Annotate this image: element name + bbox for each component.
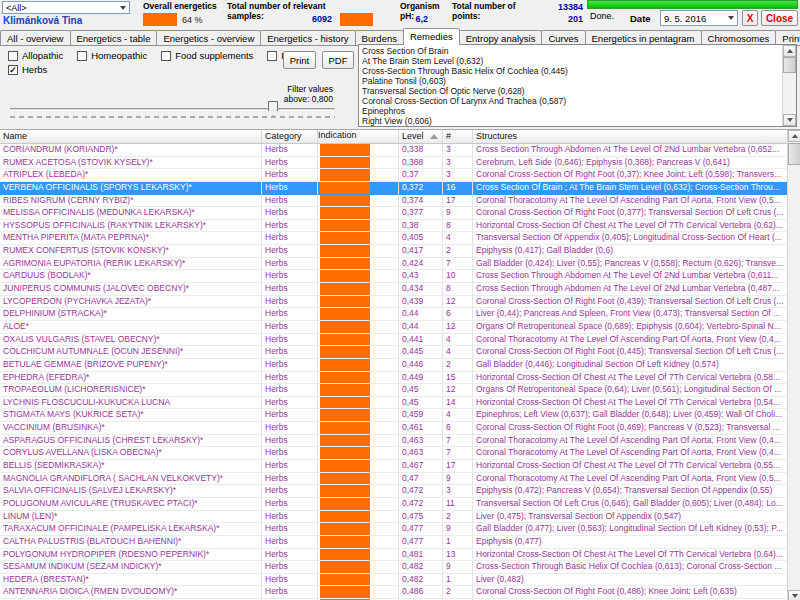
filter-slider-thumb[interactable] [268, 101, 278, 116]
date-select[interactable]: 9. 5. 2016 [660, 10, 738, 26]
table-row[interactable]: MENTHA PIPERITA (MATA PEPRNA)*Herbs0,405… [0, 232, 787, 245]
table-row[interactable]: CARDUUS (BODLAK)*Herbs0,4310Cross Sectio… [0, 270, 787, 283]
table-row[interactable]: RIBES NIGRUM (CERNY RYBIZ)*Herbs0,37417C… [0, 195, 787, 208]
indication-bar [320, 321, 370, 333]
tab-energetics-in-pentagram[interactable]: Energetics in pentagram [585, 30, 702, 45]
table-row[interactable]: CORYLUS AVELLANA (LISKA OBECNA)*Herbs0,4… [0, 447, 787, 460]
count-cell: 11 [443, 498, 473, 511]
close-button[interactable]: Close [761, 10, 798, 26]
column-header-level[interactable]: Level [399, 130, 443, 143]
table-row[interactable]: EPHEDRA (EFEDRA)*Herbs0,44915Horizontal … [0, 372, 787, 385]
indication-cell [318, 346, 399, 359]
tab-chromosomes[interactable]: Chromosomes [701, 30, 777, 45]
level-cell: 0,441 [399, 334, 443, 347]
table-row[interactable]: HYSSOPUS OFFICINALIS (RAKYTNIK LEKARSKY)… [0, 220, 787, 233]
table-row[interactable]: RUMEX CONFERTUS (STOVIK KONSKY)*Herbs0,4… [0, 245, 787, 258]
column-header-count[interactable]: # [443, 130, 473, 143]
level-cell: 0,459 [399, 409, 443, 422]
tab-all-overview[interactable]: All - overview [0, 30, 71, 45]
tab-entropy-analysis[interactable]: Entropy analysis [459, 30, 543, 45]
table-row[interactable]: VACCINIUM (BRUSINKA)*Herbs0,4616Coronal … [0, 422, 787, 435]
category-cell: Herbs [262, 296, 318, 309]
count-cell: 10 [443, 270, 473, 283]
listbox-scrollbar-thumb[interactable] [783, 57, 796, 73]
checkbox-homeopathic[interactable]: Homeopathic [77, 50, 147, 61]
table-row[interactable]: JUNIPERUS COMMUNIS (JALOVEC OBECNY)*Herb… [0, 283, 787, 296]
category-cell: Herbs [262, 195, 318, 208]
count-cell: 9 [443, 561, 473, 574]
table-row[interactable]: MELISSA OFFICINALIS (MEDUNKA LEKARSKA)*H… [0, 207, 787, 220]
tab-burdens[interactable]: Burdens [355, 30, 404, 45]
tab-energetics-overview[interactable]: Energetics - overview [156, 30, 261, 45]
indication-cell [318, 447, 399, 460]
scroll-up-icon[interactable] [788, 130, 800, 142]
table-row[interactable]: HEDERA (BRESTAN)*Herbs0,4821Liver (0,482… [0, 574, 787, 587]
checkbox-unchecked-icon [161, 51, 171, 61]
filter-slider-track[interactable] [10, 108, 335, 111]
category-cell: Herbs [262, 346, 318, 359]
count-cell: 3 [443, 169, 473, 182]
table-row[interactable]: BELLIS (SEDMIKRASKA)*Herbs0,46717Horizon… [0, 460, 787, 473]
delete-record-button[interactable]: X [742, 10, 758, 26]
count-cell: 7 [443, 435, 473, 448]
category-cell: Herbs [262, 574, 318, 587]
checkbox-herbs[interactable]: ✓Herbs [8, 64, 47, 75]
table-row[interactable]: TARAXACUM OFFICINALE (PAMPELISKA LEKARSK… [0, 523, 787, 536]
checkbox-allopathic[interactable]: Allopathic [8, 50, 63, 61]
count-cell: 17 [443, 460, 473, 473]
column-header-category[interactable]: Category [262, 130, 318, 143]
table-row[interactable]: RUMEX ACETOSA (STOVIK KYSELY)*Herbs0,368… [0, 157, 787, 170]
level-cell: 0,482 [399, 561, 443, 574]
indication-cell [318, 283, 399, 296]
indication-bar [320, 157, 370, 169]
table-row[interactable]: BETULAE GEMMAE (BRIZOVE PUPENY)*Herbs0,4… [0, 359, 787, 372]
points-value-2: 201 [540, 14, 583, 24]
scroll-down-icon[interactable] [783, 114, 796, 126]
tab-print[interactable]: Print [775, 30, 800, 45]
tab-energetics-table[interactable]: Energetics - table [70, 30, 158, 45]
table-row[interactable]: ALOE*Herbs0,4412Organs Of Retroperitonea… [0, 321, 787, 334]
table-row[interactable]: SESAMUM INDIKUM (SEZAM INDICKY)*Herbs0,4… [0, 561, 787, 574]
tab-curves[interactable]: Curves [541, 30, 585, 45]
table-row[interactable]: POLYGONUM HYDROPIPER (RDESNO PEPERNIK)*H… [0, 549, 787, 562]
table-row[interactable]: ASPARAGUS OFFICINALIS (CHREST LEKARSKY)*… [0, 435, 787, 448]
listbox-scrollbar[interactable] [782, 45, 796, 126]
table-row[interactable]: ANTENNARIA DIOICA (RMEN DVOUDOMY)*Herbs0… [0, 586, 787, 599]
column-header-name[interactable]: Name [0, 130, 262, 143]
table-row[interactable]: POLUGONUM AVICULARE (TRUSKAVEC PTACI)*He… [0, 498, 787, 511]
table-row[interactable]: SALVIA OFFICINALIS (SALVEJ LEKARSKY)*Her… [0, 485, 787, 498]
table-row[interactable]: CALTHA PALUSTRIS (BLATOUCH BAHENNI)*Herb… [0, 536, 787, 549]
table-scrollbar[interactable] [787, 130, 800, 600]
tab-remedies[interactable]: Remedies [403, 28, 460, 45]
table-row[interactable]: OXALIS VULGARIS (STAVEL OBECNY)*Herbs0,4… [0, 334, 787, 347]
scroll-down-icon[interactable] [788, 590, 800, 600]
scroll-up-icon[interactable] [783, 45, 796, 57]
table-row[interactable]: VERBENA OFFICINALIS (SPORYS LEKARSKY)*He… [0, 182, 787, 195]
table-row[interactable]: AGRIMONIA EUPATORIA (RERIK LEKARSKY)*Her… [0, 258, 787, 271]
structures-listbox[interactable]: Cross Section Of BrainAt The Brain Stem … [358, 44, 797, 127]
pdf-button[interactable]: PDF [322, 51, 354, 69]
table-row[interactable]: STIGMATA MAYS (KUKRICE SETA)*Herbs0,4594… [0, 409, 787, 422]
checkbox-food-supplements[interactable]: Food supplements [161, 50, 253, 61]
tab-energetics-history[interactable]: Energetics - history [260, 30, 355, 45]
print-button[interactable]: Print [283, 51, 316, 69]
checkbox-unchecked-icon [267, 51, 277, 61]
level-cell: 0,405 [399, 232, 443, 245]
filter-caption-line2: above: 0,800 [200, 94, 333, 104]
table-row[interactable]: ATRIPLEX (LEBEDA)*Herbs0,373Coronal Cros… [0, 169, 787, 182]
level-cell: 0,461 [399, 422, 443, 435]
table-scrollbar-thumb[interactable] [788, 143, 800, 165]
column-header-structures[interactable]: Structures [473, 130, 787, 143]
table-row[interactable]: CORIANDRUM (KORIANDR)*Herbs0,3383Cross S… [0, 144, 787, 157]
table-row[interactable]: DELPHINIUM (STRACKA)*Herbs0,446Liver (0,… [0, 308, 787, 321]
table-row[interactable]: TROPAEOLUM (LICHORERISNICE)*Herbs0,4512O… [0, 384, 787, 397]
table-row[interactable]: LYCHNIS FLOSCUCULI-KUKUCKA LUCNAHerbs0,4… [0, 397, 787, 410]
table-row[interactable]: LYCOPERDON (PYCHAVKA JEZATA)*Herbs0,4391… [0, 296, 787, 309]
profile-select[interactable]: <All> [2, 1, 130, 14]
table-row[interactable]: MAGNOLIA GRANDIFLORA ( SACHLAN VELKOKVET… [0, 473, 787, 486]
structures-cell: Coronal Cross-Section Of Right Foot (0,4… [473, 586, 787, 599]
column-header-indication[interactable]: Indication [318, 130, 399, 143]
indication-bar [320, 334, 370, 346]
table-row[interactable]: LINUM (LEN)*Herbs0,4752Liver (0,475); Tr… [0, 511, 787, 524]
table-row[interactable]: COLCHICUM AUTUMNALE (OCUN JESENNI)*Herbs… [0, 346, 787, 359]
